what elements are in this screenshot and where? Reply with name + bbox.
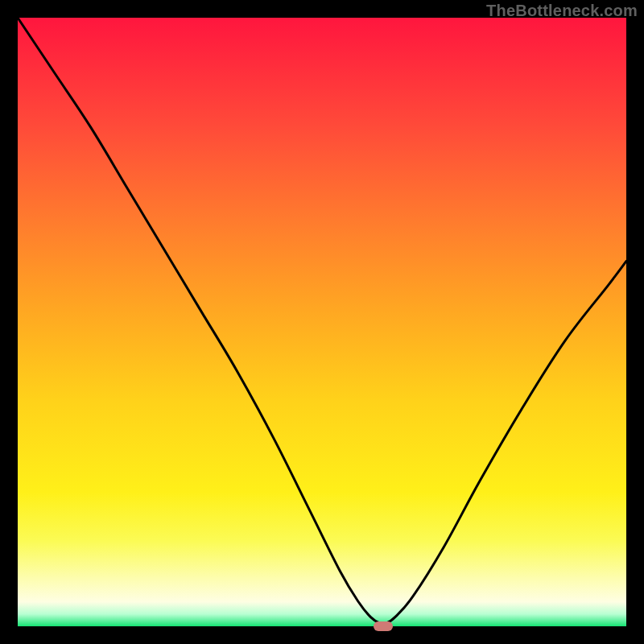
- plot-area: [18, 18, 626, 626]
- chart-frame: TheBottleneck.com: [0, 0, 644, 644]
- curve-path: [18, 18, 626, 624]
- optimal-marker: [374, 621, 393, 631]
- bottleneck-curve: [18, 18, 626, 626]
- watermark-text: TheBottleneck.com: [486, 2, 638, 20]
